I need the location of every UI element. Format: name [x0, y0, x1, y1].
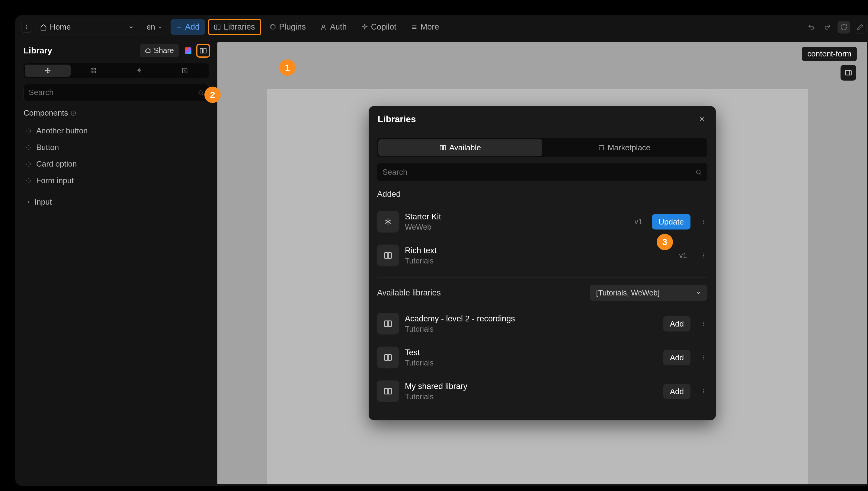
user-icon	[320, 24, 327, 30]
tab-move[interactable]	[25, 65, 71, 77]
panel-icon	[844, 69, 852, 77]
svg-point-39	[703, 323, 704, 324]
move-icon	[45, 67, 51, 74]
book-icon	[214, 24, 221, 30]
sidebar-search[interactable]	[24, 84, 209, 101]
libraries-button[interactable]: Libraries	[208, 19, 260, 35]
svg-point-0	[26, 25, 27, 26]
book-icon	[384, 387, 392, 396]
language-selector[interactable]: en	[142, 20, 167, 34]
chevron-right-icon	[26, 200, 31, 205]
edit-button[interactable]	[854, 21, 867, 33]
callout-2: 2	[204, 87, 221, 103]
tab-grid[interactable]	[71, 65, 116, 77]
library-icon	[377, 313, 399, 335]
callout-3: 3	[657, 234, 673, 250]
svg-point-37	[703, 257, 704, 257]
svg-point-36	[703, 255, 704, 256]
plugins-button[interactable]: Plugins	[264, 19, 312, 35]
library-source: Tutorials	[405, 392, 657, 401]
modal-tabs: Available Marketplace	[377, 138, 707, 157]
modal-search-input[interactable]	[383, 168, 695, 177]
library-icon	[377, 380, 399, 402]
library-row: Test Tutorials Add	[377, 341, 707, 375]
svg-point-46	[703, 392, 704, 393]
tab-available[interactable]: Available	[378, 139, 542, 156]
library-name: My shared library	[405, 382, 657, 391]
component-item[interactable]: Card option	[24, 156, 209, 172]
svg-point-38	[703, 322, 704, 323]
tab-sparkle[interactable]	[116, 65, 162, 77]
menu-button[interactable]	[21, 22, 32, 33]
svg-point-5	[323, 25, 325, 27]
store-icon	[598, 144, 605, 151]
asterisk-icon	[384, 218, 392, 226]
left-sidebar: Library Share	[15, 39, 217, 486]
svg-line-28	[700, 174, 701, 175]
view-mode-button[interactable]	[841, 65, 856, 81]
drag-icon	[26, 162, 31, 167]
book-icon	[440, 144, 446, 151]
workspace-filter[interactable]: [Tutorials, WeWeb]	[590, 285, 707, 301]
figma-button[interactable]	[183, 45, 194, 56]
svg-rect-13	[91, 71, 93, 73]
undo-button[interactable]	[805, 21, 818, 33]
chevron-down-icon	[158, 25, 162, 30]
svg-point-2	[26, 28, 27, 29]
library-name: Starter Kit	[405, 212, 628, 222]
grid-icon	[90, 67, 96, 74]
top-toolbar: Home en Add Libraries Plugins Auth Copil…	[15, 15, 868, 39]
svg-point-45	[703, 391, 704, 392]
section-added-title: Added	[377, 190, 707, 199]
more-button[interactable]: More	[405, 19, 445, 35]
svg-rect-23	[845, 70, 851, 75]
tree-item-input[interactable]: Input	[24, 194, 209, 210]
modal-close-button[interactable]	[697, 114, 707, 124]
undo-icon	[808, 24, 815, 31]
svg-point-1	[26, 27, 27, 27]
auth-button[interactable]: Auth	[315, 19, 352, 35]
library-row: Starter Kit WeWeb v1 Update	[377, 205, 707, 239]
cloud-icon	[145, 47, 151, 54]
library-source: Tutorials	[405, 257, 673, 265]
copilot-button[interactable]: Copilot	[356, 19, 402, 35]
share-button[interactable]: Share	[140, 44, 179, 57]
library-source: WeWeb	[405, 223, 628, 231]
modal-title: Libraries	[378, 114, 416, 124]
sidebar-title: Library	[24, 46, 136, 56]
dots-vertical-icon	[701, 355, 706, 360]
add-button[interactable]: Add	[171, 19, 205, 35]
svg-line-19	[202, 94, 203, 95]
tab-marketplace[interactable]: Marketplace	[542, 139, 706, 156]
callout-1: 1	[279, 59, 296, 76]
close-icon	[699, 116, 705, 122]
sidebar-search-input[interactable]	[29, 88, 198, 97]
library-menu-button[interactable]	[700, 355, 707, 360]
component-item[interactable]: Button	[24, 139, 209, 156]
library-menu-button[interactable]	[700, 389, 707, 394]
home-icon	[40, 24, 47, 30]
refresh-button[interactable]	[838, 21, 850, 33]
add-library-button[interactable]: Add	[663, 350, 691, 365]
library-menu-button[interactable]	[700, 219, 707, 225]
component-item[interactable]: Form input	[24, 172, 209, 189]
page-name: Home	[50, 22, 71, 32]
menu-icon	[411, 24, 418, 30]
library-menu-button[interactable]	[700, 321, 707, 326]
search-icon	[198, 90, 204, 96]
library-icon	[377, 211, 399, 233]
add-library-button[interactable]: Add	[663, 316, 691, 331]
modal-search[interactable]	[377, 163, 707, 181]
svg-rect-11	[91, 68, 93, 70]
library-version: v1	[679, 251, 687, 260]
puzzle-icon	[270, 24, 276, 30]
dots-vertical-icon	[701, 219, 706, 225]
library-menu-button[interactable]	[700, 253, 707, 258]
tab-close[interactable]	[162, 65, 208, 77]
component-item[interactable]: Another button	[24, 122, 209, 139]
page-selector[interactable]: Home	[36, 20, 138, 34]
update-button[interactable]: Update	[652, 214, 691, 229]
library-toggle-button[interactable]	[197, 45, 209, 56]
redo-button[interactable]	[821, 21, 834, 33]
add-library-button[interactable]: Add	[663, 383, 691, 399]
